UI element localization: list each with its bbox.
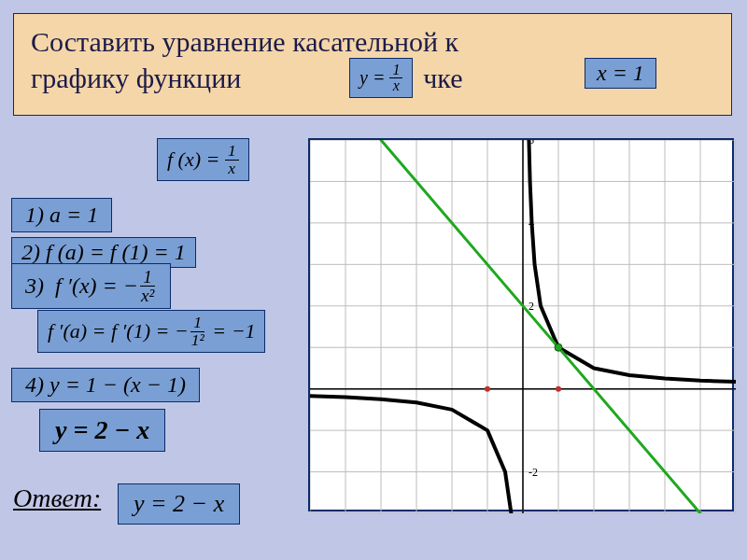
formula-y-1-over-x: y = 1x bbox=[349, 58, 413, 98]
formula-x-equals-1: x = 1 bbox=[585, 58, 656, 89]
chart-plot: -2246 bbox=[308, 138, 734, 511]
header-line1: Составить уравнение касательной к bbox=[31, 23, 714, 60]
svg-point-31 bbox=[555, 343, 562, 351]
step-3b: f ′(a) = f ′(1) = − 11² = −1 bbox=[37, 310, 265, 353]
svg-text:2: 2 bbox=[529, 300, 534, 313]
svg-point-30 bbox=[556, 386, 561, 392]
answer-label: Ответ: bbox=[13, 483, 101, 513]
result-formula: y = 2 − x bbox=[39, 409, 165, 452]
chart-svg: -2246 bbox=[310, 140, 736, 513]
step-1: 1) a = 1 bbox=[11, 198, 112, 232]
answer-formula: y = 2 − x bbox=[118, 483, 240, 525]
step-4: 4) y = 1 − (x − 1) bbox=[11, 368, 200, 402]
svg-text:-2: -2 bbox=[529, 466, 538, 479]
step-3: 3) f ′(x) = − 1x² bbox=[11, 263, 171, 309]
formula-fx: f (x) = 1x bbox=[157, 138, 249, 181]
svg-point-29 bbox=[485, 386, 490, 392]
